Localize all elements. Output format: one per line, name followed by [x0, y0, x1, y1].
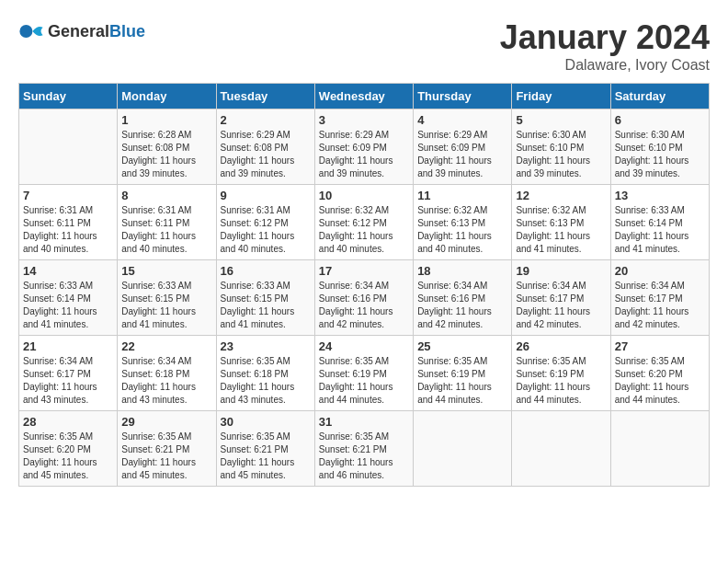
week-row-2: 7Sunrise: 6:31 AMSunset: 6:11 PMDaylight…	[19, 185, 710, 260]
day-header-tuesday: Tuesday	[216, 84, 314, 109]
calendar-cell: 22Sunrise: 6:34 AMSunset: 6:18 PMDayligh…	[118, 336, 216, 411]
day-number: 25	[417, 339, 507, 353]
calendar-cell: 26Sunrise: 6:35 AMSunset: 6:19 PMDayligh…	[512, 336, 610, 411]
calendar-cell: 11Sunrise: 6:32 AMSunset: 6:13 PMDayligh…	[414, 185, 512, 260]
day-number: 9	[221, 189, 311, 202]
day-header-monday: Monday	[118, 84, 216, 109]
day-info: Sunrise: 6:29 AMSunset: 6:08 PMDaylight:…	[221, 129, 311, 180]
week-row-3: 14Sunrise: 6:33 AMSunset: 6:14 PMDayligh…	[19, 260, 710, 336]
day-info: Sunrise: 6:32 AMSunset: 6:13 PMDaylight:…	[417, 204, 507, 256]
calendar-cell	[512, 411, 610, 487]
day-info: Sunrise: 6:31 AMSunset: 6:12 PMDaylight:…	[221, 204, 311, 256]
calendar-cell: 25Sunrise: 6:35 AMSunset: 6:19 PMDayligh…	[414, 336, 512, 411]
day-number: 17	[319, 264, 409, 278]
day-info: Sunrise: 6:30 AMSunset: 6:10 PMDaylight:…	[516, 129, 606, 180]
calendar-cell: 20Sunrise: 6:34 AMSunset: 6:17 PMDayligh…	[610, 260, 709, 336]
calendar-cell	[610, 411, 709, 487]
day-number: 18	[417, 264, 507, 278]
day-info: Sunrise: 6:34 AMSunset: 6:17 PMDaylight:…	[615, 280, 705, 331]
calendar-cell: 6Sunrise: 6:30 AMSunset: 6:10 PMDaylight…	[610, 109, 709, 185]
calendar-cell: 28Sunrise: 6:35 AMSunset: 6:20 PMDayligh…	[19, 411, 118, 487]
day-info: Sunrise: 6:35 AMSunset: 6:21 PMDaylight:…	[319, 431, 409, 482]
day-number: 13	[615, 189, 705, 202]
calendar-cell: 16Sunrise: 6:33 AMSunset: 6:15 PMDayligh…	[216, 260, 314, 336]
week-row-1: 1Sunrise: 6:28 AMSunset: 6:08 PMDaylight…	[19, 109, 710, 185]
day-info: Sunrise: 6:35 AMSunset: 6:20 PMDaylight:…	[615, 355, 705, 407]
day-info: Sunrise: 6:31 AMSunset: 6:11 PMDaylight:…	[23, 204, 113, 256]
calendar-cell: 24Sunrise: 6:35 AMSunset: 6:19 PMDayligh…	[314, 336, 413, 411]
day-number: 26	[516, 339, 606, 353]
calendar-cell	[19, 109, 118, 185]
day-number: 30	[221, 415, 311, 429]
day-number: 14	[23, 264, 113, 278]
logo: GeneralBlue	[18, 18, 145, 44]
calendar-cell: 8Sunrise: 6:31 AMSunset: 6:11 PMDaylight…	[118, 185, 216, 260]
day-number: 4	[417, 113, 507, 127]
day-info: Sunrise: 6:33 AMSunset: 6:14 PMDaylight:…	[615, 204, 705, 256]
day-info: Sunrise: 6:34 AMSunset: 6:17 PMDaylight:…	[516, 280, 606, 331]
day-number: 12	[516, 189, 606, 202]
day-header-thursday: Thursday	[414, 84, 512, 109]
day-number: 8	[121, 189, 211, 202]
calendar-cell: 13Sunrise: 6:33 AMSunset: 6:14 PMDayligh…	[610, 185, 709, 260]
day-info: Sunrise: 6:35 AMSunset: 6:18 PMDaylight:…	[221, 355, 311, 407]
day-info: Sunrise: 6:33 AMSunset: 6:15 PMDaylight:…	[121, 280, 211, 331]
calendar-cell: 30Sunrise: 6:35 AMSunset: 6:21 PMDayligh…	[216, 411, 314, 487]
calendar-cell: 14Sunrise: 6:33 AMSunset: 6:14 PMDayligh…	[19, 260, 118, 336]
day-info: Sunrise: 6:35 AMSunset: 6:20 PMDaylight:…	[23, 431, 113, 482]
day-number: 27	[615, 339, 705, 353]
calendar-cell	[414, 411, 512, 487]
week-row-5: 28Sunrise: 6:35 AMSunset: 6:20 PMDayligh…	[19, 411, 710, 487]
day-number: 19	[516, 264, 606, 278]
day-info: Sunrise: 6:35 AMSunset: 6:21 PMDaylight:…	[221, 431, 311, 482]
day-info: Sunrise: 6:35 AMSunset: 6:21 PMDaylight:…	[121, 431, 211, 482]
day-number: 23	[221, 339, 311, 353]
day-header-sunday: Sunday	[19, 84, 118, 109]
day-info: Sunrise: 6:35 AMSunset: 6:19 PMDaylight:…	[417, 355, 507, 407]
calendar-cell: 9Sunrise: 6:31 AMSunset: 6:12 PMDaylight…	[216, 185, 314, 260]
day-number: 22	[121, 339, 211, 353]
day-info: Sunrise: 6:34 AMSunset: 6:16 PMDaylight:…	[319, 280, 409, 331]
calendar-cell: 2Sunrise: 6:29 AMSunset: 6:08 PMDaylight…	[216, 109, 314, 185]
day-number: 3	[319, 113, 409, 127]
day-number: 16	[221, 264, 311, 278]
calendar-cell: 5Sunrise: 6:30 AMSunset: 6:10 PMDaylight…	[512, 109, 610, 185]
day-info: Sunrise: 6:34 AMSunset: 6:18 PMDaylight:…	[121, 355, 211, 407]
logo-general: General	[48, 22, 109, 40]
day-header-saturday: Saturday	[610, 84, 709, 109]
day-number: 24	[319, 339, 409, 353]
svg-point-0	[19, 25, 32, 38]
calendar-table: SundayMondayTuesdayWednesdayThursdayFrid…	[18, 83, 710, 487]
day-info: Sunrise: 6:31 AMSunset: 6:11 PMDaylight:…	[121, 204, 211, 256]
day-number: 11	[417, 189, 507, 202]
day-number: 21	[23, 339, 113, 353]
days-header-row: SundayMondayTuesdayWednesdayThursdayFrid…	[19, 84, 710, 109]
day-number: 28	[23, 415, 113, 429]
day-info: Sunrise: 6:35 AMSunset: 6:19 PMDaylight:…	[319, 355, 409, 407]
day-number: 20	[615, 264, 705, 278]
calendar-cell: 17Sunrise: 6:34 AMSunset: 6:16 PMDayligh…	[314, 260, 413, 336]
day-info: Sunrise: 6:28 AMSunset: 6:08 PMDaylight:…	[121, 129, 211, 180]
day-number: 15	[121, 264, 211, 278]
logo-icon	[18, 18, 44, 44]
calendar-cell: 23Sunrise: 6:35 AMSunset: 6:18 PMDayligh…	[216, 336, 314, 411]
day-info: Sunrise: 6:29 AMSunset: 6:09 PMDaylight:…	[417, 129, 507, 180]
day-number: 10	[319, 189, 409, 202]
day-number: 7	[23, 189, 113, 202]
day-number: 6	[615, 113, 705, 127]
calendar-cell: 1Sunrise: 6:28 AMSunset: 6:08 PMDaylight…	[118, 109, 216, 185]
day-info: Sunrise: 6:34 AMSunset: 6:17 PMDaylight:…	[23, 355, 113, 407]
calendar-cell: 10Sunrise: 6:32 AMSunset: 6:12 PMDayligh…	[314, 185, 413, 260]
calendar-cell: 7Sunrise: 6:31 AMSunset: 6:11 PMDaylight…	[19, 185, 118, 260]
day-info: Sunrise: 6:30 AMSunset: 6:10 PMDaylight:…	[615, 129, 705, 180]
day-number: 2	[221, 113, 311, 127]
day-header-wednesday: Wednesday	[314, 84, 413, 109]
day-info: Sunrise: 6:29 AMSunset: 6:09 PMDaylight:…	[319, 129, 409, 180]
day-info: Sunrise: 6:33 AMSunset: 6:15 PMDaylight:…	[221, 280, 311, 331]
calendar-cell: 31Sunrise: 6:35 AMSunset: 6:21 PMDayligh…	[314, 411, 413, 487]
title-area: January 2024 Dalaware, Ivory Coast	[500, 18, 710, 74]
calendar-cell: 12Sunrise: 6:32 AMSunset: 6:13 PMDayligh…	[512, 185, 610, 260]
month-title: January 2024	[500, 18, 710, 57]
day-number: 1	[121, 113, 211, 127]
day-number: 5	[516, 113, 606, 127]
